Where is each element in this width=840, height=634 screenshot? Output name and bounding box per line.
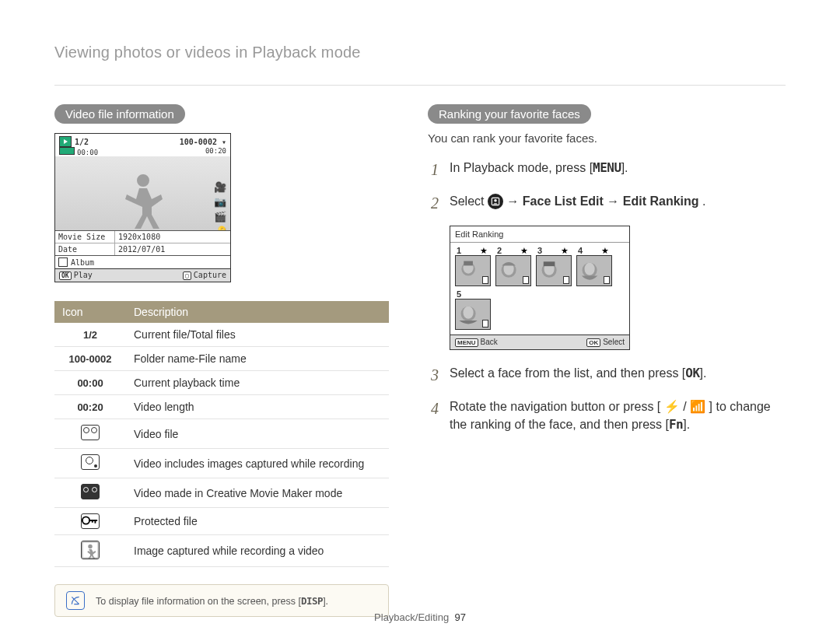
step-4: 4 Rotate the navigation button or press …	[428, 398, 778, 433]
face-cell[interactable]: 3★	[536, 247, 572, 286]
play-icon	[59, 136, 72, 147]
ok-key: OK	[685, 366, 699, 380]
icon-description-table: Icon Description 1/2Current file/Total f…	[54, 301, 389, 567]
face-cell[interactable]: 2★	[495, 247, 531, 286]
face-menu-icon	[488, 194, 503, 209]
captured-images-icon	[81, 454, 100, 470]
movie-size-value: 1920x1080	[115, 231, 230, 243]
star-icon: ★	[480, 246, 488, 256]
table-row: 1/2Current file/Total files	[54, 323, 389, 347]
ok-key: OK	[59, 271, 72, 280]
table-row: Image captured while recording a video	[54, 535, 389, 567]
silhouette-icon	[120, 168, 166, 230]
menu-key: MENU	[455, 338, 478, 347]
svg-rect-3	[92, 520, 93, 523]
capture-key-icon: ▢	[183, 271, 191, 280]
svg-point-6	[494, 199, 497, 202]
fn-key: Fn	[669, 417, 683, 432]
chevron-down-icon: ▾	[222, 138, 226, 146]
star-icon: ★	[561, 246, 569, 256]
svg-rect-14	[544, 261, 555, 266]
table-row: 100-0002Folder name-File name	[54, 347, 389, 371]
step-3: 3 Select a face from the list, and then …	[428, 364, 778, 387]
silhouette-icon	[81, 541, 100, 559]
protected-icon: 🔑	[214, 226, 226, 230]
th-desc: Description	[126, 301, 389, 323]
table-row: 00:20Video length	[54, 395, 389, 419]
page-footer: Playback/Editing 97	[0, 611, 840, 623]
th-icon: Icon	[54, 301, 126, 323]
svg-point-16	[585, 263, 595, 275]
star-icon: ★	[520, 246, 528, 256]
breadcrumb: Viewing photos or videos in Playback mod…	[54, 44, 786, 61]
menu-key: MENU	[593, 160, 621, 175]
right-description: You can rank your favorite faces.	[428, 131, 778, 145]
creative-movie-icon: 🎬	[214, 211, 226, 222]
divider	[54, 85, 786, 86]
table-row: Video made in Creative Movie Maker mode	[54, 478, 389, 508]
captured-images-icon: 📷	[214, 196, 226, 208]
battery-icon	[59, 147, 75, 155]
table-row: Video file	[54, 419, 389, 449]
file-index: 1/2	[75, 138, 89, 146]
movie-size-label: Movie Size	[55, 231, 115, 243]
table-row: Protected file	[54, 508, 389, 535]
ok-key: OK	[586, 338, 600, 347]
info-icon	[66, 591, 85, 610]
play-label: Play	[74, 271, 93, 279]
star-icon: ★	[601, 246, 609, 256]
svg-rect-9	[464, 261, 473, 266]
capture-label: Capture	[194, 271, 226, 279]
album-icon	[58, 257, 68, 267]
video-file-icon	[81, 425, 100, 440]
face-cell[interactable]: 4★	[576, 247, 612, 286]
table-row: 00:00Current playback time	[54, 371, 389, 395]
select-label: Select	[603, 338, 625, 346]
left-heading: Video file information	[54, 104, 185, 124]
step-2: 2 Select → Face List Edit → Edit Ranking…	[428, 192, 778, 215]
table-row: Video includes images captured while rec…	[54, 449, 389, 478]
time-current: 00:00	[77, 149, 98, 156]
date-label: Date	[55, 243, 115, 255]
date-value: 2012/07/01	[115, 243, 230, 255]
creative-movie-icon	[81, 484, 100, 499]
svg-point-18	[464, 306, 474, 319]
album-label: Album	[71, 258, 94, 267]
protected-icon	[81, 513, 100, 529]
wifi-icon: 📶	[690, 400, 705, 413]
face-cell[interactable]: 1★	[455, 247, 491, 286]
svg-point-0	[82, 517, 89, 524]
video-file-icon: 🎥	[214, 181, 226, 193]
file-name: 100-0002	[180, 138, 217, 146]
time-total: 00:20	[205, 147, 226, 156]
playback-screen: 1/2 100-0002 ▾ 00:00 00:20 🎥 📷 🎬	[54, 133, 231, 282]
rank-title: Edit Ranking	[450, 226, 629, 242]
flash-icon: ⚡	[664, 400, 680, 413]
face-cell[interactable]: 5	[455, 291, 491, 330]
step-1: 1 In Playback mode, press [MENU].	[428, 159, 778, 181]
svg-rect-2	[95, 520, 96, 524]
right-heading: Ranking your favorite faces	[428, 104, 591, 124]
edit-ranking-screen: Edit Ranking 1★ 2★ 3★	[450, 226, 630, 350]
back-label: Back	[481, 338, 498, 346]
disp-key: DISP	[301, 595, 323, 607]
